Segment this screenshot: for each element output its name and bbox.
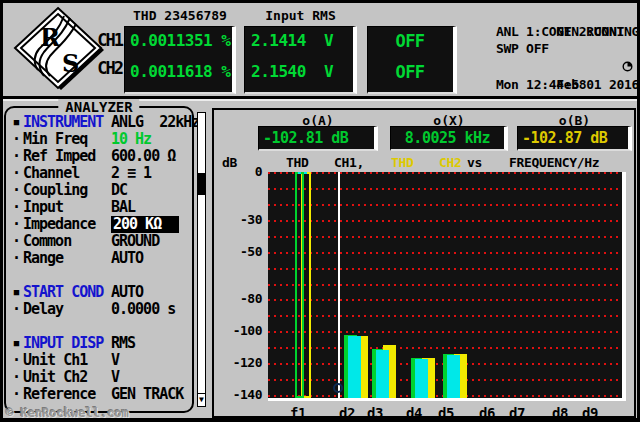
thd-title: THD 23456789 xyxy=(124,8,236,23)
menu-item-value[interactable]: 600.00 Ω xyxy=(111,148,175,165)
menu-item-min-freq[interactable]: ·Min Freq10 Hz xyxy=(9,131,191,148)
menu-item-value[interactable]: RMS xyxy=(111,335,135,352)
analyzer-settings-list: ■INSTRUMENTANLG 22kHz·Min Freq10 Hz·Ref … xyxy=(9,114,191,403)
menu-item-value[interactable]: V xyxy=(111,352,119,369)
menu-item-channel[interactable]: ·Channel2 ≡ 1 xyxy=(9,165,191,182)
chart-title-part: THD xyxy=(391,155,414,170)
bar-d5-ch1 xyxy=(447,355,460,398)
menu-item-input-disp[interactable]: ■INPUT DISPRMS xyxy=(9,335,191,352)
gridline--20dB xyxy=(268,204,622,206)
menu-item-range[interactable]: ·RangeAUTO xyxy=(9,250,191,267)
menu-item-value[interactable]: 0.0000 s xyxy=(111,301,175,318)
menu-item-label: Input xyxy=(23,199,111,216)
chart-title-part: THD xyxy=(286,155,309,170)
y-tick--50: -50 xyxy=(214,244,262,259)
gridline--50dB xyxy=(268,252,622,254)
menu-item-label: Delay xyxy=(23,301,111,318)
menu-item-coupling[interactable]: ·CouplingDC xyxy=(9,182,191,199)
input-rms-title: Input RMS xyxy=(244,8,357,23)
y-tick-0: 0 xyxy=(214,164,262,179)
readout-box-oA: -102.81 dB xyxy=(258,126,378,151)
menu-item-value[interactable]: BAL xyxy=(111,199,135,216)
svg-text:S: S xyxy=(62,49,79,78)
menu-item-label: Range xyxy=(23,250,111,267)
screen-border-top xyxy=(0,0,640,3)
menu-item-value[interactable]: 200 KΩ xyxy=(111,216,179,233)
analyzer-scrollbar[interactable]: ▼ xyxy=(197,112,206,407)
menu-item-unit-ch2[interactable]: ·Unit Ch2V xyxy=(9,369,191,386)
menu-item-value[interactable]: DC xyxy=(111,182,127,199)
bar-f1-ch1 xyxy=(295,172,304,398)
section-bullet-icon: ■ xyxy=(9,284,23,301)
chart-title-part: CH1, xyxy=(334,155,364,170)
gridline--40dB xyxy=(268,236,622,238)
readout-label-oB: o(B) xyxy=(517,113,632,126)
gridline--60dB xyxy=(268,268,622,270)
thd-ch1-value: 0.0011351 % xyxy=(130,31,230,50)
menu-item-label: Ref Imped xyxy=(23,148,111,165)
item-bullet-icon: · xyxy=(9,216,23,233)
chart-panel: o(A)-102.81 dBo(X)8.0025 kHzo(B)-102.87 … xyxy=(212,108,636,418)
cursor-line[interactable] xyxy=(338,172,340,398)
menu-item-label: Channel xyxy=(23,165,111,182)
gridline--30dB xyxy=(268,220,622,222)
bar-f1-ch1-top-marker xyxy=(298,172,310,174)
y-tick--100: -100 xyxy=(214,323,262,338)
scrollbar-thumb[interactable] xyxy=(198,173,205,195)
menu-item-label: INSTRUMENT xyxy=(23,114,111,131)
cursor-circle-marker[interactable] xyxy=(333,383,343,393)
menu-item-label: Unit Ch1 xyxy=(23,352,111,369)
anl-status-line: ANL 1:CONT 2:CONT xyxy=(496,23,638,40)
menu-item-instrument[interactable]: ■INSTRUMENTANLG 22kHz xyxy=(9,114,191,131)
menu-item-reference[interactable]: ·ReferenceGEN TRACK xyxy=(9,386,191,403)
gridline--90dB xyxy=(268,315,622,317)
scrollbar-down-arrow-icon[interactable]: ▼ xyxy=(198,393,205,406)
menu-item-ref-imped[interactable]: ·Ref Imped600.00 Ω xyxy=(9,148,191,165)
menu-item-value[interactable]: GROUND xyxy=(111,233,159,250)
menu-item-label: Unit Ch2 xyxy=(23,369,111,386)
menu-item-label: INPUT DISP xyxy=(23,335,111,352)
screen-border-left xyxy=(0,0,3,422)
menu-item-impedance[interactable]: ·Impedance200 KΩ xyxy=(9,216,191,233)
menu-item-value[interactable]: AUTO xyxy=(111,250,143,267)
thd-ch2-value: 0.0011618 % xyxy=(130,62,230,81)
aux-ch2-value: OFF xyxy=(368,62,452,82)
chart-title-part: FREQUENCY/Hz xyxy=(509,155,599,170)
gridline--100dB xyxy=(268,331,622,333)
ch2-label: CH2 xyxy=(92,58,122,78)
analyzer-screen: R S CH1 CH2 THD 23456789 0.0011351 % 0.0… xyxy=(0,0,640,422)
watermark: © KenRockwell.com xyxy=(6,406,129,420)
gridline-0dB xyxy=(268,172,622,174)
item-bullet-icon: · xyxy=(9,301,23,318)
menu-item-value[interactable]: ANLG 22kHz xyxy=(111,114,199,131)
menu-item-unit-ch1[interactable]: ·Unit Ch1V xyxy=(9,352,191,369)
menu-spacer xyxy=(9,267,191,284)
menu-item-value[interactable]: 10 Hz xyxy=(111,131,151,148)
item-bullet-icon: · xyxy=(9,165,23,182)
menu-item-common[interactable]: ·CommonGROUND xyxy=(9,233,191,250)
item-bullet-icon: · xyxy=(9,148,23,165)
swp-status-line: SWP OFF xyxy=(496,40,638,57)
menu-item-value[interactable]: GEN TRACK xyxy=(111,386,183,403)
y-tick--140: -140 xyxy=(214,387,262,402)
menu-spacer xyxy=(9,318,191,335)
readout-value: -102.87 dB xyxy=(522,129,624,147)
input-rms-ch1-value: 2.1414 V xyxy=(251,31,333,50)
analyzer-panel: ANALYZER ■INSTRUMENTANLG 22kHz·Min Freq1… xyxy=(4,106,194,413)
menu-item-input[interactable]: ·InputBAL xyxy=(9,199,191,216)
menu-item-value[interactable]: AUTO xyxy=(111,284,143,301)
item-bullet-icon: · xyxy=(9,369,23,386)
menu-item-label: Common xyxy=(23,233,111,250)
menu-item-value[interactable]: V xyxy=(111,369,119,386)
menu-item-delay[interactable]: ·Delay0.0000 s xyxy=(9,301,191,318)
menu-item-start-cond[interactable]: ■START CONDAUTO xyxy=(9,284,191,301)
readout-box-oB: -102.87 dB xyxy=(517,126,632,151)
clock-icon xyxy=(622,61,633,72)
menu-item-value[interactable]: 2 ≡ 1 xyxy=(111,165,151,182)
y-tick--30: -30 xyxy=(214,212,262,227)
menu-item-label: START COND xyxy=(23,284,111,301)
menu-item-label: Impedance xyxy=(23,216,111,233)
section-bullet-icon: ■ xyxy=(9,114,23,131)
y-tick--120: -120 xyxy=(214,355,262,370)
input-rms-display: 2.1414 V 2.1540 V xyxy=(244,26,357,94)
